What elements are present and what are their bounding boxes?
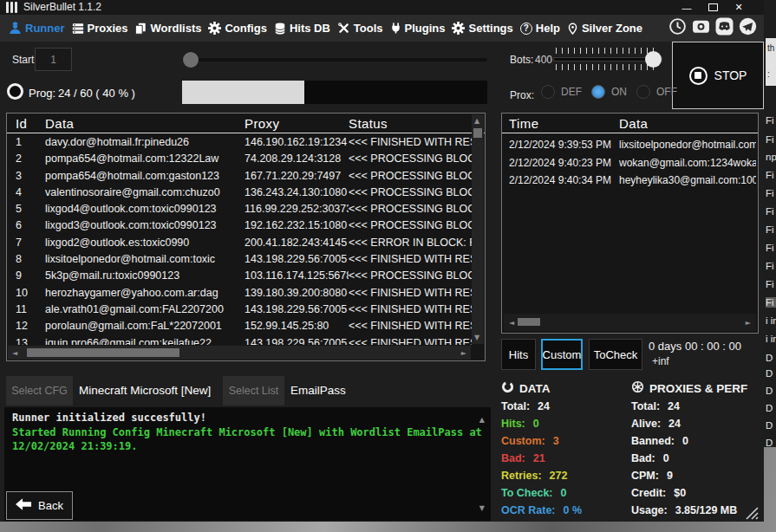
clipped-text-fragment: Fi bbox=[766, 170, 774, 180]
clipped-text-fragment: Fi bbox=[766, 279, 774, 289]
clipped-text-fragment: Fi bbox=[766, 224, 774, 235]
clipped-text-fragment: : bbox=[767, 69, 770, 79]
scroll-up-icon[interactable]: ▲ bbox=[474, 117, 479, 125]
select-list-button[interactable]: Select List bbox=[223, 376, 284, 405]
discord-icon[interactable] bbox=[715, 17, 734, 39]
table-row[interactable]: 7 lixgod2@outlook.es:toxic0990 200.41.18… bbox=[7, 235, 472, 251]
scroll-left-icon[interactable]: ◄ bbox=[509, 319, 514, 327]
table-row[interactable]: 6 lixgod3@outlook.com:toxic0990123 192.1… bbox=[7, 217, 472, 234]
start-slider-track[interactable] bbox=[182, 58, 487, 62]
progress-radio[interactable] bbox=[7, 83, 23, 100]
nav-item-help[interactable]: ? Help bbox=[520, 22, 560, 35]
scroll-up-icon[interactable]: ▲ bbox=[479, 416, 485, 424]
table-row[interactable]: 13 iquin.pro66@gmail.com:keilafue22 143.… bbox=[7, 335, 472, 345]
clipped-text-fragment: D bbox=[766, 353, 773, 363]
title-bar: SilverBullet 1.1.2 — ✕ bbox=[0, 0, 764, 15]
scroll-down-icon[interactable]: ▼ bbox=[474, 334, 479, 341]
eta-label: +inf bbox=[652, 355, 669, 367]
scroll-right-icon[interactable]: ► bbox=[746, 319, 751, 327]
proxies-stats-panel: PROXIES & PERF Total: 24 Alive: 24 Ba bbox=[631, 379, 763, 519]
radio-icon bbox=[541, 85, 555, 99]
start-input[interactable] bbox=[35, 48, 72, 71]
selected-wordlist-value: EmailPass bbox=[290, 384, 346, 397]
stop-button[interactable]: STOP bbox=[672, 42, 764, 109]
table-row[interactable]: 2/12/2024 9:40:34 PM heyheylika30@gmail.… bbox=[502, 172, 756, 190]
horizontal-scrollbar[interactable]: ◄ ► bbox=[8, 346, 471, 360]
horizontal-scroll-thumb[interactable] bbox=[518, 318, 540, 326]
nav-item-settings[interactable]: Settings bbox=[452, 22, 512, 35]
runner-icon bbox=[9, 22, 22, 35]
progress-fill bbox=[182, 81, 304, 104]
nav-item-hits-db[interactable]: Hits DB bbox=[274, 22, 330, 35]
scroll-left-icon[interactable]: ◄ bbox=[12, 349, 17, 357]
prox-radio-option[interactable]: ON bbox=[591, 85, 627, 99]
table-row[interactable]: 8 lixsitoelponedor@hotmail.com:toxic 143… bbox=[7, 251, 472, 268]
stat-row: CPM: 9 bbox=[631, 467, 763, 484]
database-icon bbox=[274, 23, 286, 35]
scroll-down-icon[interactable]: ▼ bbox=[479, 504, 485, 512]
nav-item-wordlists[interactable]: Wordlists bbox=[134, 22, 201, 35]
progress-label: Prog: bbox=[29, 87, 55, 100]
scroll-right-icon[interactable]: ► bbox=[461, 349, 466, 357]
back-arrow-icon bbox=[16, 498, 32, 513]
stat-row: Total: 24 bbox=[501, 398, 628, 415]
app-logo-icon bbox=[6, 2, 17, 13]
nav-item-proxies[interactable]: Proxies bbox=[72, 22, 128, 35]
tab-tocheck[interactable]: ToCheck bbox=[589, 339, 642, 370]
nav-item-plugins[interactable]: Plugins bbox=[390, 22, 446, 35]
tab-custom[interactable]: Custom bbox=[541, 339, 583, 370]
camera-icon[interactable] bbox=[692, 17, 710, 39]
table-row[interactable]: 5 lixgod4@outlook.com:toxic0990123 116.9… bbox=[7, 201, 472, 217]
log-console[interactable]: Runner initialized succesfully! Started … bbox=[4, 407, 491, 521]
vertical-scroll-thumb[interactable] bbox=[473, 128, 482, 138]
close-button[interactable]: ✕ bbox=[726, 0, 752, 15]
question-icon: ? bbox=[520, 23, 532, 35]
select-cfg-button[interactable]: Select CFG bbox=[6, 376, 73, 405]
stat-row: Retries: 272 bbox=[501, 467, 628, 484]
start-slider-thumb[interactable] bbox=[183, 52, 199, 68]
nav-item-silver-zone[interactable]: Silver Zone bbox=[567, 22, 642, 35]
log-line: 12/02/2024 21:39:19. bbox=[4, 439, 491, 454]
prox-radio-option[interactable]: DEF bbox=[541, 85, 582, 99]
back-button[interactable]: Back bbox=[6, 491, 73, 520]
telegram-icon[interactable] bbox=[739, 17, 757, 39]
minimize-button[interactable]: — bbox=[674, 0, 700, 15]
progress-bar bbox=[182, 81, 487, 104]
nav-item-runner[interactable]: Runner bbox=[9, 22, 65, 35]
tools-icon bbox=[337, 22, 350, 35]
table-row[interactable]: 12 porolaun@gmail.com:FaL*22072001 152.9… bbox=[7, 318, 472, 334]
table-row[interactable]: 9 5k3p@mail.ru:toxic0990123 103.116.174.… bbox=[7, 268, 472, 284]
clipped-text-fragment: D bbox=[766, 403, 773, 413]
table-row[interactable]: 2 pompa654@hotmail.com:12322Law 74.208.2… bbox=[7, 151, 472, 167]
hits-horizontal-scrollbar[interactable]: ◄ ► bbox=[504, 314, 756, 331]
maximize-button[interactable] bbox=[700, 0, 726, 15]
elapsed-timer: 0 days 00 : 00 : 00 bbox=[649, 340, 741, 353]
table-row[interactable]: 10 herozhaygamer@yahoo.com.ar:dag 139.18… bbox=[7, 285, 472, 302]
table-row[interactable]: 2/12/2024 9:40:23 PM wokan@gmail.com:123… bbox=[502, 154, 756, 172]
table-row[interactable]: 3 pompa654@hotmail.com:gaston123 167.71.… bbox=[7, 168, 472, 185]
stat-row: To Check: 0 bbox=[501, 484, 628, 502]
nav-item-tools[interactable]: Tools bbox=[337, 22, 383, 35]
vertical-scrollbar[interactable]: ▲ ▼ bbox=[472, 114, 484, 344]
table-row[interactable]: 1 davy.dor@hotmail.fr:pinedu26 146.190.1… bbox=[7, 134, 472, 151]
radio-icon bbox=[636, 85, 650, 99]
table-row[interactable]: 2/12/2024 9:39:53 PM lixsitoelponedor@ho… bbox=[502, 136, 756, 154]
bots-slider-ticks-bottom bbox=[556, 64, 658, 70]
table-row[interactable]: 11 ale.vrath01@gmail.com:FAL2207200 143.… bbox=[7, 302, 472, 318]
results-table-body: 1 davy.dor@hotmail.fr:pinedu26 146.190.1… bbox=[7, 134, 472, 345]
clipped-text-fragment: th bbox=[767, 43, 774, 53]
history-icon[interactable] bbox=[668, 17, 687, 39]
bots-slider-thumb[interactable] bbox=[645, 51, 662, 68]
horizontal-scroll-thumb[interactable] bbox=[27, 348, 179, 357]
clipped-text-fragment: Fi bbox=[766, 297, 776, 308]
clipped-text-fragment: D bbox=[766, 420, 773, 431]
resize-grip[interactable] bbox=[744, 505, 760, 522]
clipped-text-fragment: Fi bbox=[766, 188, 774, 198]
table-row[interactable]: 4 valentinosoraire@gmail.com:chuzo0 136.… bbox=[7, 185, 472, 201]
prox-label: Prox: bbox=[510, 89, 534, 101]
stat-row: Hits: 0 bbox=[501, 415, 628, 432]
prox-radio-option[interactable]: OFF bbox=[636, 85, 677, 99]
nav-item-configs[interactable]: Configs bbox=[208, 22, 266, 35]
proxies-stats-title: PROXIES & PERF bbox=[631, 379, 763, 398]
tab-hits[interactable]: Hits bbox=[501, 339, 536, 370]
